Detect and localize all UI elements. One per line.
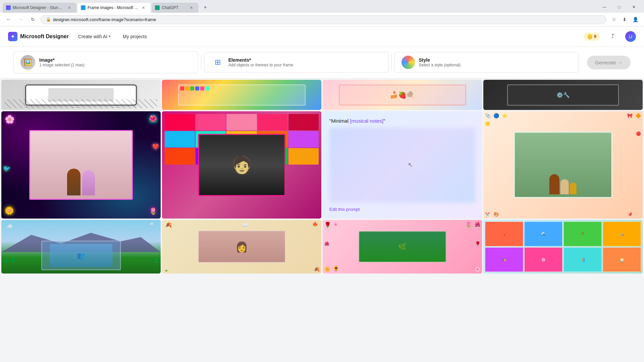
tab-title-frame: Frame images - Microsoft Des...: [88, 5, 139, 10]
star-icon[interactable]: ☆: [609, 15, 619, 24]
address-lock-icon: 🔒: [46, 17, 51, 22]
nav-create-with-ai[interactable]: Create with AI ▾: [75, 33, 113, 41]
reload-button[interactable]: ↻: [28, 15, 38, 24]
prompt-text-highlight: [musical notes]: [350, 118, 383, 124]
tab-chatgpt[interactable]: ChatGPT ✕: [152, 3, 199, 13]
toolbar-style-item[interactable]: Style Select a style (optional): [394, 52, 579, 73]
toolbar-image-preview: 🖼️: [20, 55, 35, 70]
toolbar-divider-1: [201, 54, 201, 70]
browser-window: Microsoft Designer - Stunning ✕ Frame im…: [0, 0, 644, 275]
create-with-ai-label: Create with AI: [78, 34, 107, 39]
tab-favicon-frame: [81, 5, 86, 10]
autumn-frame-image: 🍂 🍁 ☁️ 🍃 🍂 👩: [162, 220, 321, 274]
mountains-frame-image: ☁️ ☁️ 🌲 🌲 🌲 👥: [1, 220, 161, 274]
toolbar-divider-2: [391, 54, 392, 70]
gallery-top-row: 🍰🍓🍭 ⚙️🔧: [1, 80, 643, 110]
tab-favicon-chatgpt: [155, 5, 160, 10]
browser-actions: ☆ ⬇ 👤: [609, 15, 640, 24]
tab-close-designer[interactable]: ✕: [66, 6, 72, 10]
toolbar-image-label: Image*: [39, 57, 85, 63]
toolbar-image-sublabel: 1 image selected (1 max): [39, 63, 85, 67]
share-icon-button[interactable]: ⤴: [606, 31, 619, 43]
gallery-item-family[interactable]: 📎 🔵 ⭐ 🎀 🔶 ✂️ 🎨 📌 🟡 🔴: [483, 111, 643, 219]
prompt-text-start: "Minimal: [329, 118, 350, 124]
coins-display[interactable]: 🪙 9: [584, 33, 600, 41]
app-logo[interactable]: ✦ Microsoft Designer: [8, 32, 69, 41]
gallery-item-sketch[interactable]: [1, 80, 161, 110]
tab-favicon-designer: [6, 5, 11, 10]
address-text: designer.microsoft.com/frame-image?scena…: [53, 17, 156, 22]
cursor-indicator: ↖: [408, 161, 413, 169]
toolbar-style-icon: [401, 56, 415, 69]
prompt-text-end: ": [383, 118, 385, 124]
main-gallery: 🍰🍓🍭 ⚙️🔧 🌸 🌺 🌼 🌷: [0, 78, 644, 275]
family-frame-image: 📎 🔵 ⭐ 🎀 🔶 ✂️ 🎨 📌 🟡 🔴: [483, 111, 643, 219]
flowers-frame-image: 🌹 🌸 🌷 🌺 🌼 🌻 🌸 🌺 🌹 🌿: [323, 220, 482, 274]
address-bar[interactable]: 🔒 designer.microsoft.com/frame-image?sce…: [40, 15, 606, 24]
gallery-item-candy[interactable]: 🍰🍓🍭: [323, 80, 482, 110]
tab-frame[interactable]: Frame images - Microsoft Des... ✕: [77, 2, 151, 13]
toolbar-elements-sublabel: Add objects or themes to your frame: [228, 63, 293, 67]
app-header: ✦ Microsoft Designer Create with AI ▾ My…: [0, 26, 644, 47]
logo-icon: ✦: [8, 32, 17, 41]
minimize-button[interactable]: —: [597, 2, 612, 12]
edit-prompt-link[interactable]: Edit this prompt: [329, 207, 475, 212]
toolbar-image-text: Image* 1 image selected (1 max): [39, 57, 85, 67]
gallery-item-autumn[interactable]: 🍂 🍁 ☁️ 🍃 🍂 👩: [162, 220, 321, 274]
gallery-item-flowers-pink[interactable]: 🌹 🌸 🌷 🌺 🌼 🌻 🌸 🌺 🌹 🌿: [323, 220, 482, 274]
coin-icon: 🪙: [587, 34, 593, 39]
toolbar-elements-label: Elements*: [228, 57, 293, 63]
toolbar-elements-item[interactable]: ⊞ Elements* Add objects or themes to you…: [204, 52, 389, 73]
my-projects-label: My projects: [123, 34, 147, 39]
gallery-item-makeup[interactable]: 🧑: [162, 111, 321, 219]
create-with-ai-dropdown-icon: ▾: [109, 34, 111, 39]
sketch-frame-image: [1, 80, 161, 110]
user-avatar[interactable]: U: [625, 31, 636, 42]
makeup-frame-image: 🧑: [162, 111, 321, 219]
toolbar-style-label: Style: [419, 57, 461, 63]
logo-text: Microsoft Designer: [20, 34, 69, 40]
colorful-frame-image: [162, 80, 321, 110]
gallery-item-mountains[interactable]: ☁️ ☁️ 🌲 🌲 🌲 👥: [1, 220, 161, 274]
generate-button[interactable]: Generate →: [587, 56, 631, 69]
gallery-item-floral[interactable]: 🌸 🌺 🌼 🌷 🐦 ❤️: [1, 111, 161, 219]
toolbar-style-sublabel: Select a style (optional): [419, 63, 461, 67]
toolbar-section: 🖼️ Image* 1 image selected (1 max) ⊞ Ele…: [0, 47, 644, 78]
tab-designer[interactable]: Microsoft Designer - Stunning ✕: [3, 3, 76, 13]
window-controls: — □ ✕: [597, 2, 641, 12]
gallery-item-colorful[interactable]: [162, 80, 321, 110]
prompt-text: "Minimal [musical notes]": [329, 118, 475, 124]
tab-close-frame[interactable]: ✕: [141, 6, 146, 10]
profile-icon[interactable]: 👤: [631, 15, 640, 24]
gallery-middle-row: 🌸 🌺 🌼 🌷 🐦 ❤️: [1, 111, 643, 219]
coins-count: 9: [594, 34, 596, 39]
candy-frame-image: 🍰🍓🍭: [323, 80, 482, 110]
maximize-button[interactable]: □: [612, 2, 627, 12]
toolbar-image-item[interactable]: 🖼️ Image* 1 image selected (1 max): [13, 51, 198, 73]
close-button[interactable]: ✕: [627, 2, 641, 12]
tab-title-chatgpt: ChatGPT: [162, 5, 186, 10]
tab-bar: Microsoft Designer - Stunning ✕ Frame im…: [0, 0, 644, 13]
forward-button[interactable]: →: [16, 15, 25, 24]
floral-frame-image: 🌸 🌺 🌼 🌷 🐦 ❤️: [1, 111, 161, 219]
gallery-item-postage[interactable]: 🗼 🌊 🌴 ⛰️ 🎭 🌸 🏄 🌅: [483, 220, 643, 274]
prompt-blur-content: [329, 128, 475, 203]
back-button[interactable]: ←: [4, 15, 13, 24]
nav-my-projects[interactable]: My projects: [120, 33, 150, 41]
address-bar-row: ← → ↻ 🔒 designer.microsoft.com/frame-ima…: [0, 13, 644, 26]
new-tab-button[interactable]: +: [201, 3, 210, 12]
gallery-bottom-row: ☁️ ☁️ 🌲 🌲 🌲 👥 🍂 �: [1, 220, 643, 274]
gallery-item-tools[interactable]: ⚙️🔧: [483, 80, 643, 110]
toolbar-elements-text: Elements* Add objects or themes to your …: [228, 57, 293, 67]
gallery-item-prompt-card[interactable]: "Minimal [musical notes]" Edit this prom…: [323, 111, 482, 219]
tools-frame-image: ⚙️🔧: [483, 80, 643, 110]
tab-close-chatgpt[interactable]: ✕: [189, 6, 194, 10]
toolbar-elements-icon: ⊞: [211, 56, 224, 69]
downloads-icon[interactable]: ⬇: [620, 15, 629, 24]
tab-title-designer: Microsoft Designer - Stunning: [13, 5, 64, 10]
postage-frame-image: 🗼 🌊 🌴 ⛰️ 🎭 🌸 🏄 🌅: [483, 220, 643, 274]
toolbar-style-text: Style Select a style (optional): [419, 57, 461, 67]
